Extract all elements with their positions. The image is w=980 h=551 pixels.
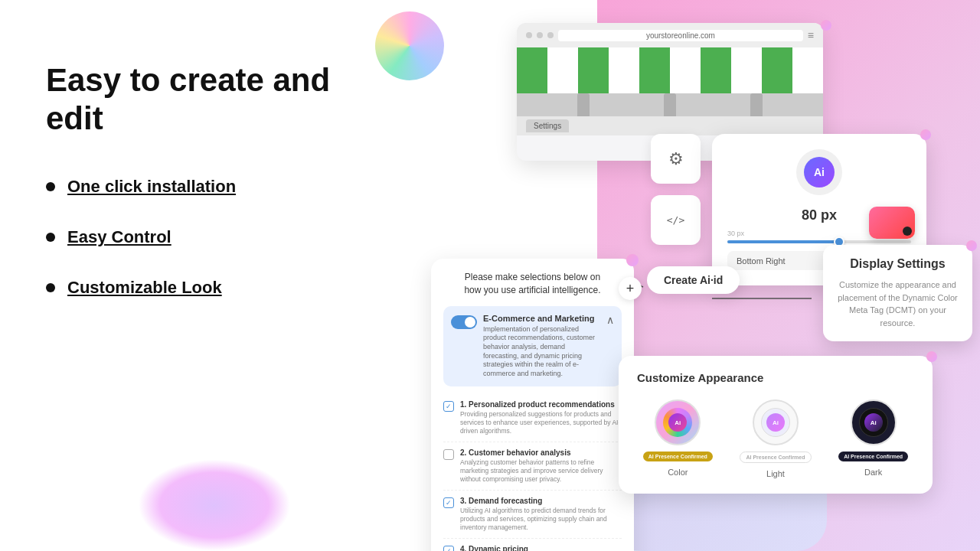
checkbox-2[interactable] xyxy=(443,449,454,460)
browser-dot-3 xyxy=(547,32,554,38)
dark-theme-icon[interactable]: Ai xyxy=(851,399,897,445)
page-title: Easy to create and edit xyxy=(46,61,383,139)
preview-thumbnail xyxy=(869,207,915,239)
panel-dot xyxy=(966,240,977,251)
gear-icon: ⚙ xyxy=(668,149,684,169)
display-settings-description: Customize the appearance and placement o… xyxy=(835,279,960,329)
feature-link-look[interactable]: Customizable Look xyxy=(67,278,222,298)
bullet-icon xyxy=(46,233,55,242)
bullet-icon xyxy=(46,182,55,191)
ai-logo: Ai xyxy=(804,157,835,187)
menu-icon: ≡ xyxy=(808,29,814,41)
preview-dot xyxy=(903,227,912,236)
stripe xyxy=(762,47,792,93)
browser-url: yourstoreonline.com xyxy=(558,30,803,41)
browser-dot-2 xyxy=(537,32,543,38)
item-desc-1: Providing personalized suggestions for p… xyxy=(460,410,622,435)
ai-panel-header: Please make selections below on how you … xyxy=(443,271,622,297)
checkmark-icon: ✓ xyxy=(446,499,452,507)
browser-dot-1 xyxy=(526,32,532,38)
theme-option-dark: Ai AI Presence Confirmed Dark xyxy=(838,399,908,478)
theme-label-light: Light xyxy=(766,469,785,478)
theme-badge-light: AI Presence Confirmed xyxy=(740,452,811,463)
customize-appearance-panel: Customize Appearance Ai AI Presence Conf… xyxy=(619,356,933,494)
code-icon: </> xyxy=(667,214,684,226)
left-panel: Easy to create and edit One click instal… xyxy=(0,0,429,551)
pink-dot-decoration xyxy=(821,20,831,31)
checkbox-3[interactable]: ✓ xyxy=(443,497,454,508)
customize-panel-title: Customize Appearance xyxy=(637,371,914,384)
ai-logo-circle: Ai xyxy=(796,149,842,195)
slider-track[interactable] xyxy=(727,240,911,243)
dropdown-label: Bottom Right xyxy=(737,256,786,266)
stripe xyxy=(639,47,670,93)
checkmark-icon: ✓ xyxy=(446,403,452,410)
feature-link-installation[interactable]: One click installation xyxy=(67,177,236,197)
stripe xyxy=(547,47,578,93)
theme-label-dark: Dark xyxy=(864,468,882,477)
theme-option-color: Ai AI Presence Confirmed Color xyxy=(643,399,713,478)
plus-circle-button[interactable]: + xyxy=(619,277,642,300)
theme-badge-dark: AI Presence Confirmed xyxy=(838,452,908,461)
checkbox-1[interactable]: ✓ xyxy=(443,401,454,412)
item-title-1: 1. Personalized product recommendations xyxy=(460,400,622,409)
theme-badge-color: AI Presence Confirmed xyxy=(643,452,713,461)
ai-settings-panel: Please make selections below on how you … xyxy=(427,129,630,468)
feature-list: One click installation Easy Control Cust… xyxy=(46,177,383,298)
light-theme-icon[interactable]: Ai xyxy=(753,399,799,445)
stripe xyxy=(670,47,701,93)
theme-label-color: Color xyxy=(668,468,688,477)
item-desc-3: Utilizing AI algorithms to predict deman… xyxy=(460,507,622,532)
store-awning xyxy=(517,47,823,116)
item-title-3: 3. Demand forecasting xyxy=(460,497,622,505)
panel-dot-decoration xyxy=(626,254,639,266)
settings-icon-box[interactable]: ⚙ xyxy=(651,134,701,184)
list-item: Customizable Look xyxy=(46,278,383,298)
toggle-desc: Implementation of personalized product r… xyxy=(483,325,600,379)
item-title-2: 2. Customer behavior analysis xyxy=(460,448,622,457)
awning-stripes xyxy=(517,47,823,93)
display-settings-panel: Display Settings Customize the appearanc… xyxy=(823,245,972,341)
bullet-icon xyxy=(46,283,55,292)
stripe xyxy=(609,47,639,93)
display-settings-title: Display Settings xyxy=(835,257,960,271)
plus-icon: + xyxy=(626,281,635,297)
panel-dot xyxy=(926,351,937,362)
ai-item-3: ✓ 3. Demand forecasting Utilizing AI alg… xyxy=(443,491,622,539)
slider-fill xyxy=(727,240,838,243)
stripe xyxy=(701,47,731,93)
collapse-icon[interactable]: ∧ xyxy=(606,314,614,326)
item-title-4: 4. Dynamic pricing xyxy=(460,545,622,551)
stripe xyxy=(517,47,547,93)
checkbox-4[interactable]: ✓ xyxy=(443,546,454,551)
ai-item-2: 2. Customer behavior analysis Analyzing … xyxy=(443,442,622,491)
toggle-switch[interactable] xyxy=(451,315,477,329)
create-aiid-label: Create Ai·id xyxy=(664,274,723,286)
toggle-title: E-Commerce and Marketing xyxy=(483,314,600,323)
stripe xyxy=(578,47,609,93)
item-desc-2: Analyzing customer behavior patterns to … xyxy=(460,458,622,484)
ai-item-1: ✓ 1. Personalized product recommendation… xyxy=(443,394,622,442)
feature-link-control[interactable]: Easy Control xyxy=(67,227,172,247)
color-theme-icon[interactable]: Ai xyxy=(655,399,701,445)
code-icon-box[interactable]: </> xyxy=(651,195,701,245)
ai-toggle-row: E-Commerce and Marketing Implementation … xyxy=(443,306,622,386)
list-item: Easy Control xyxy=(46,227,383,247)
list-item: One click installation xyxy=(46,177,383,197)
slider-min: 30 px xyxy=(727,230,744,237)
ai-item-4: ✓ 4. Dynamic pricing Implementing adapti… xyxy=(443,539,622,551)
theme-options: Ai AI Presence Confirmed Color Ai AI Pre… xyxy=(637,399,914,478)
checkmark-icon: ✓ xyxy=(446,547,452,551)
browser-bar: yourstoreonline.com ≡ xyxy=(517,23,823,47)
toggle-knob xyxy=(465,317,475,328)
stripe xyxy=(731,47,762,93)
theme-option-light: Ai AI Presence Confirmed Light xyxy=(740,399,811,478)
stripe xyxy=(792,47,823,93)
create-aiid-button[interactable]: Create Ai·id xyxy=(647,266,740,294)
panel-dot xyxy=(920,129,931,140)
